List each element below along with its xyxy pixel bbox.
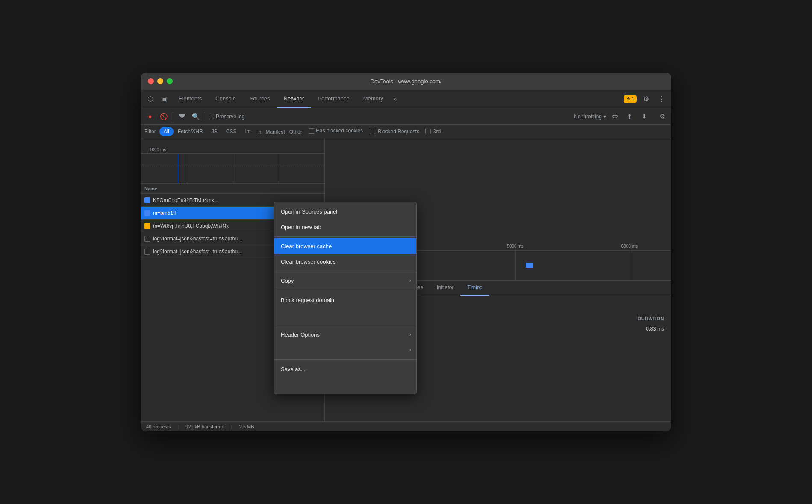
waterfall-line-1: [233, 154, 233, 183]
filter-bar: Filter All Fetch/XHR JS CSS Im n Manifes…: [141, 125, 671, 138]
divider-3: [274, 290, 416, 290]
blocked-requests-checkbox[interactable]: [370, 129, 375, 134]
filter-css[interactable]: CSS: [222, 127, 241, 136]
more-options-icon[interactable]: ⋮: [656, 93, 668, 105]
network-toolbar-right: No throttling ▾ ⬆ ⬇ ⚙: [574, 111, 668, 122]
item-icon-1: [144, 210, 150, 216]
tab-network[interactable]: Network: [277, 90, 311, 108]
devtools-toolbar: ⬡ ▣ Elements Console Sources Network Per…: [141, 90, 671, 108]
window-title: DevTools - www.google.com/: [371, 78, 442, 85]
divider-5: [274, 359, 416, 360]
record-button[interactable]: ●: [144, 111, 156, 122]
device-toolbar-icon[interactable]: ▣: [158, 93, 170, 105]
wifi-icon[interactable]: [609, 111, 621, 122]
network-toolbar: ● 🚫 🔍 Preserve log No throttling ▾: [141, 108, 671, 125]
tab-timing[interactable]: Timing: [460, 280, 489, 296]
preserve-log-label: Preserve log: [209, 114, 244, 120]
right-wf-line-3: [630, 251, 630, 280]
tab-elements[interactable]: Elements: [172, 90, 209, 108]
header-options-arrow: ›: [409, 347, 411, 353]
tab-overflow[interactable]: »: [390, 96, 400, 102]
select-element-icon[interactable]: ⬡: [144, 93, 156, 105]
menu-sort-by[interactable]: Header Options ›: [274, 327, 416, 342]
requests-count: 46 requests: [146, 424, 171, 429]
blue-vertical-line: [178, 154, 178, 183]
filter-icon[interactable]: [177, 111, 188, 122]
close-button[interactable]: [148, 78, 154, 84]
menu-header-options[interactable]: ›: [274, 342, 416, 357]
tab-bar: Elements Console Sources Network Perform…: [172, 90, 622, 108]
menu-save-as[interactable]: [274, 377, 416, 392]
tab-console[interactable]: Console: [209, 90, 243, 108]
copy-arrow: ›: [409, 278, 411, 284]
menu-clear-cache[interactable]: Clear browser cache: [274, 238, 416, 254]
context-menu: Open in Sources panel Open in new tab Cl…: [274, 202, 417, 394]
toolbar-right: ⚠ 1 ⚙ ⋮: [624, 93, 668, 105]
upload-icon[interactable]: ⬆: [624, 111, 635, 122]
devtools-window: DevTools - www.google.com/ ⬡ ▣ Elements …: [141, 73, 671, 431]
filter-fetchxhr[interactable]: Fetch/XHR: [174, 127, 207, 136]
menu-open-new-tab[interactable]: Open in new tab: [274, 219, 416, 234]
throttling-select[interactable]: No throttling ▾: [574, 114, 606, 120]
status-sep-2: |: [231, 424, 232, 429]
download-icon[interactable]: ⬇: [638, 111, 650, 122]
separator-1: [173, 112, 173, 121]
title-bar: DevTools - www.google.com/: [141, 73, 671, 90]
total-size: 2.5 MB: [239, 424, 254, 429]
traffic-lights: [148, 78, 173, 84]
menu-clear-cookies[interactable]: Clear browser cookies: [274, 254, 416, 269]
menu-block-domain[interactable]: [274, 308, 416, 323]
sort-by-arrow: ›: [409, 331, 411, 337]
waterfall-line-2: [279, 154, 279, 183]
tick-1000: 1000 ms: [150, 147, 166, 152]
filter-label: Filter: [144, 129, 156, 135]
name-column-header: Name: [144, 186, 157, 191]
queueing-bar-cell: [400, 326, 646, 331]
third-party-checkbox[interactable]: [425, 129, 431, 134]
waterfall-bar: [526, 263, 533, 268]
right-wf-line-2: [515, 251, 516, 280]
tick-6000: 6000 ms: [621, 244, 638, 249]
timeline-bar-area: [141, 154, 324, 184]
maximize-button[interactable]: [167, 78, 173, 84]
tab-performance[interactable]: Performance: [311, 90, 356, 108]
filter-manifest-area: n Manifest Other Has blocked cookies: [259, 128, 363, 135]
divider-4: [274, 325, 416, 325]
item-icon-2: [144, 223, 150, 229]
menu-open-sources[interactable]: Open in Sources panel: [274, 204, 416, 219]
tick-5000: 5000 ms: [507, 244, 523, 249]
gear-icon[interactable]: ⚙: [656, 111, 668, 122]
menu-save-har[interactable]: Save as...: [274, 361, 416, 377]
clear-button[interactable]: 🚫: [158, 111, 169, 122]
blocked-requests-row: Blocked Requests 3rd-: [370, 129, 442, 135]
preserve-log-checkbox[interactable]: [209, 114, 214, 119]
transferred-size: 929 kB transferred: [185, 424, 224, 429]
tab-initiator[interactable]: Initiator: [430, 280, 460, 296]
main-content: 1000 ms Name KFOmCnqEu92FrTMu4mx...: [141, 138, 671, 421]
divider-2: [274, 271, 416, 271]
menu-copy[interactable]: Copy ›: [274, 273, 416, 288]
minimize-button[interactable]: [157, 78, 163, 84]
separator-2: [205, 112, 205, 121]
timeline-header: 1000 ms: [141, 138, 324, 154]
filter-all[interactable]: All: [159, 127, 174, 136]
tab-memory[interactable]: Memory: [356, 90, 390, 108]
search-icon[interactable]: 🔍: [190, 111, 201, 122]
network-header-row: Name: [141, 184, 324, 194]
status-sep-1: |: [177, 424, 179, 429]
menu-block-url[interactable]: Block request domain: [274, 292, 416, 308]
item-icon-3: [144, 236, 150, 242]
status-bar: 46 requests | 929 kB transferred | 2.5 M…: [141, 421, 671, 431]
divider-1: [274, 236, 416, 237]
tab-sources[interactable]: Sources: [243, 90, 277, 108]
filter-img[interactable]: Im: [241, 127, 255, 136]
warning-badge[interactable]: ⚠ 1: [624, 95, 637, 103]
red-vertical-line: [187, 154, 187, 183]
item-icon-0: [144, 197, 150, 203]
filter-js[interactable]: JS: [207, 127, 222, 136]
queueing-duration: 0.83 ms: [646, 326, 664, 332]
settings-icon[interactable]: ⚙: [640, 93, 652, 105]
item-icon-4: [144, 249, 150, 255]
has-blocked-cookies-checkbox[interactable]: [309, 128, 314, 134]
